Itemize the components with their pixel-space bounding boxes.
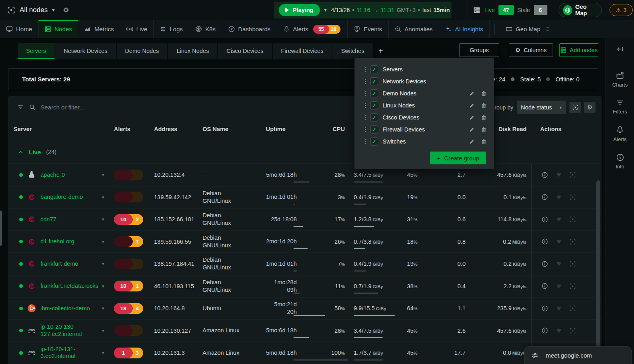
alerts-badge[interactable]: 3 1	[114, 348, 144, 358]
tab-logs[interactable]: Logs	[154, 20, 189, 38]
delete-trash-icon[interactable]	[481, 115, 487, 121]
table-settings-button[interactable]: ⚙	[584, 102, 596, 113]
groups-button[interactable]: Groups	[459, 43, 499, 57]
playing-chevron-icon[interactable]: ▾	[324, 7, 327, 13]
favorite-heart-icon[interactable]: ♥	[557, 215, 561, 224]
checkbox-servers[interactable]: ✓	[370, 65, 378, 73]
group-item-switches[interactable]: ⋮ ✓ Switches	[354, 135, 494, 148]
tab-ai-insights[interactable]: AI Insights	[439, 20, 490, 38]
table-row[interactable]: d1.firehol.org ▾ 1 139.59.166.55 Debian …	[8, 231, 602, 253]
add-nodes-button[interactable]: Add nodes	[559, 43, 598, 57]
filter-icon[interactable]	[17, 104, 24, 111]
edit-pencil-icon[interactable]	[469, 103, 475, 109]
drag-handle-icon[interactable]: ⋮	[363, 90, 366, 97]
critical-alerts-pill[interactable]	[114, 170, 133, 180]
sidebar-item-filters[interactable]: Filters	[606, 99, 634, 115]
node-name[interactable]: bangalore-demo	[41, 194, 83, 200]
focus-node-icon[interactable]	[569, 172, 576, 178]
page-scrollbar[interactable]	[0, 210, 2, 246]
collapse-sidebar-button[interactable]	[606, 38, 634, 60]
critical-alerts-pill[interactable]: 1	[114, 348, 133, 358]
focus-node-icon[interactable]	[569, 194, 576, 200]
tab-geo-map[interactable]: Geo Map ⁚⁚⁚	[500, 20, 555, 38]
focus-node-icon[interactable]	[569, 216, 576, 222]
alerts-badge[interactable]	[114, 170, 144, 180]
favorite-heart-icon[interactable]: ♥	[557, 193, 561, 202]
drag-handle-icon[interactable]: ⋮	[363, 138, 366, 145]
group-row-live[interactable]: Live (24)	[8, 140, 602, 164]
group-tab-servers[interactable]: Servers	[18, 43, 55, 59]
favorite-heart-icon[interactable]: ♥	[557, 259, 561, 268]
row-chevron-icon[interactable]: ▾	[102, 172, 104, 178]
node-scope-selector[interactable]: All nodes ▾ ⚙	[7, 0, 69, 20]
group-by-select[interactable]: Node status ▾	[517, 101, 566, 114]
tab-metrics[interactable]: Metrics	[78, 20, 120, 38]
critical-alerts-pill[interactable]: 18	[114, 303, 133, 314]
edit-pencil-icon[interactable]	[469, 139, 475, 145]
header-alerts[interactable]: Alerts	[108, 126, 148, 132]
live-count-badge[interactable]: 47	[498, 5, 514, 15]
node-name[interactable]: frankfurt.netdata.rocks	[41, 283, 98, 289]
geo-map-button[interactable]: Geo Map	[559, 3, 602, 17]
checkbox-linux-nodes[interactable]: ✓	[370, 101, 378, 109]
tab-k8s[interactable]: K8s	[189, 20, 222, 38]
playing-button[interactable]: Playing	[279, 4, 320, 16]
search-input[interactable]	[41, 104, 209, 111]
checkbox-firewall-devices[interactable]: ✓	[370, 125, 378, 133]
info-icon[interactable]	[541, 261, 548, 267]
table-row[interactable]: frankfurt.netdata.rocks ▾ 1 10 46.101.19…	[8, 275, 602, 297]
favorite-heart-icon[interactable]: ♥	[557, 170, 561, 179]
sidebar-item-charts[interactable]: Charts	[606, 71, 634, 88]
info-icon[interactable]	[541, 194, 548, 200]
table-row[interactable]: cdn77 ▾ 2 10 185.152.66.101 Debian GNU/L…	[8, 208, 602, 231]
row-chevron-icon[interactable]: ▾	[102, 239, 104, 245]
header-address[interactable]: Address	[148, 126, 197, 132]
table-row[interactable]: frankfurt-demo ▾ 138.197.184.41 Debian G…	[8, 253, 602, 275]
node-name[interactable]: apache-0	[41, 172, 65, 178]
table-row[interactable]: aws ip-10-20-131-3.ec2.internal ▾ 3 1 10…	[8, 342, 602, 364]
focus-node-icon[interactable]	[569, 261, 576, 267]
critical-alerts-pill[interactable]	[114, 236, 133, 247]
node-name[interactable]: d1.firehol.org	[41, 238, 75, 245]
focus-node-icon[interactable]	[569, 305, 576, 311]
delete-trash-icon[interactable]	[481, 127, 487, 133]
sidebar-item-info[interactable]: Info	[606, 153, 634, 170]
group-tab-demo-nodes[interactable]: Demo Nodes	[117, 43, 168, 59]
add-group-tab-button[interactable]: +	[373, 43, 388, 59]
checkbox-demo-nodes[interactable]: ✓	[370, 89, 378, 97]
node-name[interactable]: ip-10-20-131-3.ec2.internal	[41, 346, 101, 360]
drag-handle-icon[interactable]: ⋮	[363, 66, 366, 73]
edit-pencil-icon[interactable]	[469, 91, 475, 97]
scope-settings-gear-icon[interactable]: ⚙	[63, 6, 69, 14]
edit-pencil-icon[interactable]	[469, 115, 475, 121]
sidebar-item-alerts[interactable]: Alerts	[606, 125, 634, 142]
chevron-down-icon[interactable]: ▾	[52, 7, 55, 13]
critical-alerts-pill[interactable]	[114, 259, 133, 269]
info-icon[interactable]	[541, 216, 548, 223]
focus-node-icon[interactable]	[569, 328, 576, 334]
warnings-indicator[interactable]: ⚠ 3	[610, 4, 633, 16]
info-icon[interactable]	[541, 238, 548, 245]
drag-handle-icon[interactable]: ⁚⁚⁚	[546, 26, 549, 32]
edit-pencil-icon[interactable]	[469, 127, 475, 133]
info-icon[interactable]	[541, 305, 548, 312]
checkbox-network-devices[interactable]: ✓	[370, 77, 378, 85]
checkbox-cisco-devices[interactable]: ✓	[370, 113, 378, 121]
delete-trash-icon[interactable]	[481, 139, 487, 145]
info-icon[interactable]	[541, 327, 548, 334]
alerts-badge[interactable]: 1 10	[114, 281, 144, 291]
alerts-badge[interactable]: 2 10	[114, 214, 144, 225]
drag-handle-icon[interactable]: ⋮	[363, 102, 366, 109]
tab-live[interactable]: Live	[120, 20, 154, 38]
focus-node-icon[interactable]	[569, 239, 576, 245]
tab-nodes[interactable]: Nodes	[38, 20, 78, 38]
row-chevron-icon[interactable]: ▾	[102, 194, 104, 200]
row-chevron-icon[interactable]: ▾	[102, 350, 104, 356]
table-row[interactable]: apache-0 ▾ 10.20.132.4 - 5mo:6d 18h 28% …	[8, 164, 602, 186]
node-name[interactable]: cdn77	[41, 216, 57, 223]
group-item-linux-nodes[interactable]: ⋮ ✓ Linux Nodes	[354, 99, 494, 111]
focus-mode-button[interactable]	[569, 102, 581, 113]
group-item-cisco-devices[interactable]: ⋮ ✓ Cisco Devices	[354, 111, 494, 123]
critical-alerts-pill[interactable]: 10	[114, 281, 133, 291]
node-name[interactable]: ibm-collector-demo	[41, 305, 90, 312]
